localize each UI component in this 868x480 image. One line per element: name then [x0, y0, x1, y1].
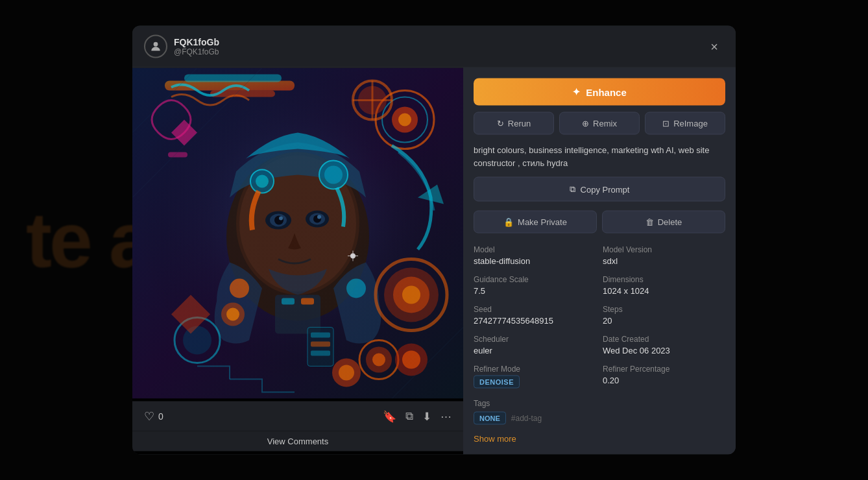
- seed-value: 27427774535648915: [474, 316, 596, 326]
- lock-icon: 🔒: [503, 217, 514, 227]
- model-label: Model: [474, 245, 596, 254]
- steps-value: 20: [603, 316, 725, 326]
- download-icon: ⬇: [422, 409, 431, 423]
- date-created-value: Wed Dec 06 2023: [603, 346, 725, 355]
- modal-body: ♡ 0 🔖 ⧉ ⬇ ⋯ V: [132, 68, 736, 455]
- add-tag-input[interactable]: #add-tag: [511, 414, 542, 423]
- steps-label: Steps: [603, 305, 725, 314]
- refiner-percentage-item: Refiner Percentage 0.20: [603, 365, 725, 389]
- reimage-button[interactable]: ⊡ ReImage: [645, 112, 725, 135]
- copy-prompt-button[interactable]: ⧉ Copy Prompt: [474, 177, 725, 202]
- trash-icon: 🗑: [645, 217, 654, 227]
- rerun-icon: ↻: [497, 119, 504, 128]
- privacy-row: 🔒 Make Private 🗑 Delete: [474, 211, 725, 234]
- model-version-label: Model Version: [603, 245, 725, 254]
- image-panel: ♡ 0 🔖 ⧉ ⬇ ⋯ V: [132, 68, 463, 455]
- download-button[interactable]: ⬇: [422, 409, 431, 423]
- view-comments-button[interactable]: View Comments: [132, 431, 463, 451]
- image-actions: ♡ 0 🔖 ⧉ ⬇ ⋯: [132, 402, 463, 431]
- dimensions-label: Dimensions: [603, 275, 725, 284]
- rerun-button[interactable]: ↻ Rerun: [474, 112, 554, 135]
- username: FQK1foGb: [174, 37, 705, 47]
- copy-image-button[interactable]: ⧉: [405, 409, 413, 423]
- right-panel: ✦ Enhance ↻ Rerun ⊕ Remix ⊡ ReImage: [463, 68, 736, 455]
- date-created-item: Date Created Wed Dec 06 2023: [603, 335, 725, 355]
- user-handle: @FQK1foGb: [174, 47, 705, 56]
- seed-label: Seed: [474, 305, 596, 314]
- tags-section: Tags NONE #add-tag Show more: [474, 399, 725, 444]
- modal: FQK1foGb @FQK1foGb ×: [132, 26, 736, 455]
- prompt-text: bright colours, business intelligence, m…: [474, 144, 725, 169]
- metadata-grid: Model stable-diffusion Model Version sdx…: [474, 245, 725, 389]
- guidance-scale-item: Guidance Scale 7.5: [474, 275, 596, 296]
- guidance-scale-label: Guidance Scale: [474, 275, 596, 284]
- refiner-mode-label: Refiner Mode: [474, 365, 596, 374]
- tag-none-badge: NONE: [474, 412, 506, 425]
- action-row: ↻ Rerun ⊕ Remix ⊡ ReImage: [474, 112, 725, 135]
- make-private-label: Make Private: [518, 217, 567, 227]
- remix-icon: ⊕: [582, 119, 589, 128]
- enhance-label: Enhance: [586, 86, 627, 97]
- bookmark-button[interactable]: 🔖: [383, 409, 396, 423]
- delete-label: Delete: [658, 217, 682, 227]
- show-more-button[interactable]: Show more: [474, 434, 516, 444]
- like-button[interactable]: ♡ 0: [144, 409, 163, 424]
- scheduler-item: Scheduler euler: [474, 335, 596, 355]
- modal-header: FQK1foGb @FQK1foGb ×: [132, 26, 736, 68]
- ellipsis-icon: ⋯: [440, 409, 452, 423]
- model-value: stable-diffusion: [474, 256, 596, 266]
- refiner-percentage-label: Refiner Percentage: [603, 365, 725, 374]
- make-private-button[interactable]: 🔒 Make Private: [474, 211, 597, 234]
- model-version-value: sdxl: [603, 256, 725, 266]
- enhance-icon: ✦: [572, 86, 581, 98]
- svg-rect-62: [132, 68, 463, 399]
- artwork-image: [132, 68, 463, 399]
- tags-row: NONE #add-tag: [474, 412, 725, 425]
- model-item: Model stable-diffusion: [474, 245, 596, 266]
- refiner-percentage-value: 0.20: [603, 376, 725, 385]
- reimage-icon: ⊡: [662, 119, 669, 128]
- remix-button[interactable]: ⊕ Remix: [559, 112, 640, 135]
- copy-icon: ⧉: [405, 410, 413, 423]
- steps-item: Steps 20: [603, 305, 725, 326]
- model-version-item: Model Version sdxl: [603, 245, 725, 266]
- tags-label: Tags: [474, 399, 725, 408]
- heart-icon: ♡: [144, 409, 154, 424]
- seed-item: Seed 27427774535648915: [474, 305, 596, 326]
- refiner-mode-item: Refiner Mode DENOISE: [474, 365, 596, 389]
- svg-point-0: [154, 42, 158, 47]
- scheduler-label: Scheduler: [474, 335, 596, 344]
- scheduler-value: euler: [474, 346, 596, 355]
- dimensions-item: Dimensions 1024 x 1024: [603, 275, 725, 296]
- dimensions-value: 1024 x 1024: [603, 286, 725, 296]
- more-options-button[interactable]: ⋯: [440, 409, 452, 423]
- date-created-label: Date Created: [603, 335, 725, 344]
- bookmark-icon: 🔖: [383, 409, 396, 423]
- enhance-button[interactable]: ✦ Enhance: [474, 78, 725, 106]
- delete-button[interactable]: 🗑 Delete: [602, 211, 725, 234]
- guidance-scale-value: 7.5: [474, 286, 596, 296]
- refiner-mode-badge: DENOISE: [474, 376, 520, 389]
- close-button[interactable]: ×: [705, 37, 724, 56]
- action-icons: 🔖 ⧉ ⬇ ⋯: [383, 409, 452, 423]
- avatar: [144, 35, 167, 58]
- copy-prompt-label: Copy Prompt: [581, 184, 630, 194]
- user-info: FQK1foGb @FQK1foGb: [174, 37, 705, 56]
- reimage-label: ReImage: [673, 119, 708, 128]
- rerun-label: Rerun: [508, 119, 531, 128]
- like-count: 0: [158, 411, 163, 422]
- remix-label: Remix: [593, 119, 617, 128]
- copy-prompt-icon: ⧉: [570, 184, 575, 195]
